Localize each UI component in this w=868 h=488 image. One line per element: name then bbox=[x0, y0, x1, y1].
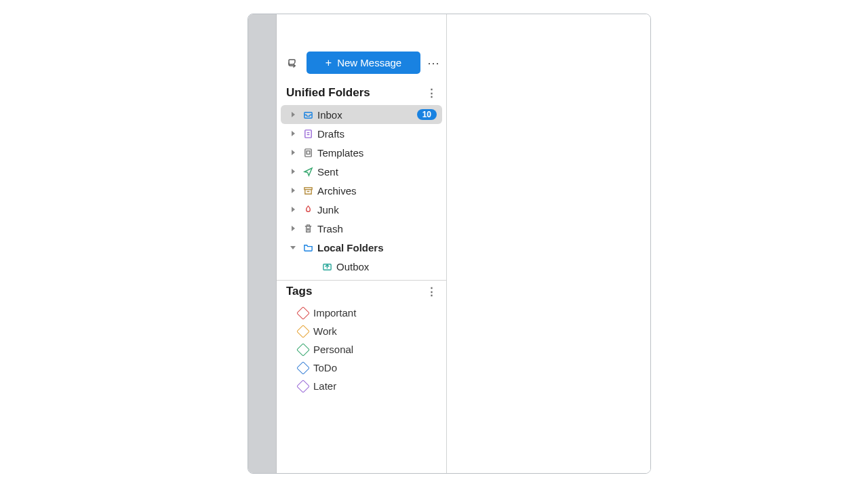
section-title: Unified Folders bbox=[286, 86, 370, 100]
chevron-right-icon[interactable] bbox=[288, 128, 298, 139]
chevron-right-icon[interactable] bbox=[288, 109, 298, 120]
chevron-right-icon[interactable] bbox=[288, 223, 298, 234]
new-message-button[interactable]: + New Message bbox=[307, 52, 420, 74]
folder-junk[interactable]: Junk bbox=[281, 200, 442, 219]
tag-personal[interactable]: Personal bbox=[277, 340, 446, 359]
tag-label: Personal bbox=[313, 344, 353, 355]
chevron-right-icon[interactable] bbox=[288, 204, 298, 215]
tag-label: ToDo bbox=[313, 362, 337, 373]
tag-icon bbox=[296, 361, 310, 375]
unified-folders-header: Unified Folders ⋮ bbox=[277, 82, 446, 105]
tag-list: Important Work Personal ToDo Later bbox=[277, 304, 446, 395]
folder-icon bbox=[302, 243, 314, 253]
folder-label: Inbox bbox=[317, 109, 414, 121]
tag-work[interactable]: Work bbox=[277, 322, 446, 340]
folder-label: Junk bbox=[317, 204, 437, 216]
section-title: Tags bbox=[286, 285, 312, 298]
folder-sent[interactable]: Sent bbox=[281, 162, 442, 181]
folder-list: Inbox 10 Drafts Templates bbox=[277, 105, 446, 276]
tag-label: Important bbox=[313, 307, 356, 319]
outbox-icon bbox=[321, 262, 333, 272]
tags-header: Tags ⋮ bbox=[277, 281, 446, 304]
junk-icon bbox=[302, 205, 314, 215]
folder-pane: + New Message ⋯ Unified Folders ⋮ Inbox … bbox=[277, 14, 447, 473]
sent-icon bbox=[302, 167, 314, 177]
section-menu-icon[interactable]: ⋮ bbox=[427, 87, 437, 99]
folder-trash[interactable]: Trash bbox=[281, 219, 442, 238]
drafts-icon bbox=[302, 129, 314, 139]
templates-icon bbox=[302, 148, 314, 158]
tag-todo[interactable]: ToDo bbox=[277, 359, 446, 377]
tag-label: Work bbox=[313, 325, 337, 337]
svg-rect-2 bbox=[304, 148, 311, 156]
tag-label: Later bbox=[313, 380, 336, 392]
folder-label: Sent bbox=[317, 166, 437, 178]
tag-icon bbox=[296, 380, 310, 393]
folder-local-folders[interactable]: Local Folders bbox=[281, 238, 442, 257]
unread-badge: 10 bbox=[417, 109, 437, 120]
plus-icon: + bbox=[326, 58, 332, 68]
folder-archives[interactable]: Archives bbox=[281, 181, 442, 200]
folder-toolbar: + New Message ⋯ bbox=[277, 48, 446, 82]
folder-inbox[interactable]: Inbox 10 bbox=[281, 105, 442, 124]
new-message-label: New Message bbox=[337, 57, 401, 68]
trash-icon bbox=[302, 224, 314, 234]
chevron-right-icon[interactable] bbox=[288, 185, 298, 196]
archive-icon bbox=[302, 186, 314, 196]
tag-later[interactable]: Later bbox=[277, 377, 446, 395]
folder-outbox[interactable]: Outbox bbox=[281, 257, 442, 276]
get-messages-icon[interactable] bbox=[285, 56, 300, 70]
chevron-right-icon[interactable] bbox=[288, 166, 298, 177]
tag-icon bbox=[296, 325, 310, 338]
folder-templates[interactable]: Templates bbox=[281, 143, 442, 162]
svg-rect-4 bbox=[304, 187, 311, 189]
folder-label: Templates bbox=[317, 147, 437, 159]
tag-icon bbox=[296, 306, 310, 320]
folder-label: Drafts bbox=[317, 128, 437, 140]
svg-rect-1 bbox=[304, 129, 311, 137]
section-menu-icon[interactable]: ⋮ bbox=[427, 285, 437, 298]
tag-icon bbox=[296, 343, 310, 357]
toolbar-more-icon[interactable]: ⋯ bbox=[427, 56, 438, 70]
spaces-bar[interactable] bbox=[248, 14, 277, 473]
main-content bbox=[447, 14, 650, 473]
tag-important[interactable]: Important bbox=[277, 304, 446, 322]
folder-label: Trash bbox=[317, 223, 437, 235]
chevron-down-icon[interactable] bbox=[288, 242, 298, 253]
svg-rect-3 bbox=[307, 150, 310, 154]
chevron-right-icon[interactable] bbox=[288, 147, 298, 158]
inbox-icon bbox=[302, 110, 314, 120]
folder-label: Outbox bbox=[336, 261, 437, 272]
folder-label: Archives bbox=[317, 185, 437, 197]
folder-label: Local Folders bbox=[317, 242, 437, 253]
folder-drafts[interactable]: Drafts bbox=[281, 124, 442, 143]
